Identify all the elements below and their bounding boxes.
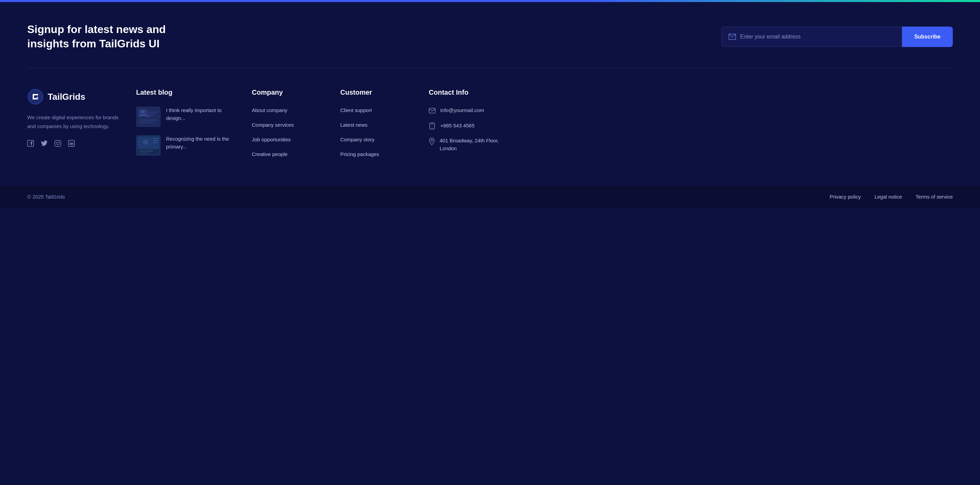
contact-email-text: info@yourmail.com	[440, 107, 484, 115]
blog-item-2[interactable]: Recognizing the need is the primary...	[136, 135, 238, 156]
svg-rect-12	[140, 122, 153, 123]
footer-bottom: © 2025 TailGrids Privacy policy Legal no…	[0, 186, 980, 208]
twitter-link[interactable]	[41, 140, 48, 147]
svg-point-3	[56, 142, 59, 145]
instagram-link[interactable]	[54, 140, 61, 147]
privacy-policy-link[interactable]: Privacy policy	[830, 194, 861, 199]
linkedin-link[interactable]	[68, 140, 75, 147]
email-input-wrapper	[721, 27, 902, 47]
svg-rect-2	[55, 140, 61, 147]
contact-phone-icon	[429, 123, 436, 129]
blog-item-1[interactable]: I think really important to design...	[136, 107, 238, 127]
svg-rect-9	[148, 112, 158, 113]
footer-bottom-links: Privacy policy Legal notice Terms of ser…	[830, 194, 953, 199]
svg-rect-11	[140, 120, 157, 121]
company-link-jobs[interactable]: Job opportunities	[252, 136, 327, 143]
newsletter-form: Subscribe	[721, 27, 953, 47]
svg-point-4	[59, 141, 60, 142]
company-column-title: Company	[252, 89, 327, 96]
customer-link-support[interactable]: Client support	[340, 107, 415, 114]
terms-of-service-link[interactable]: Terms of service	[916, 194, 953, 199]
company-link-about[interactable]: About company	[252, 107, 327, 114]
svg-point-15	[143, 139, 148, 145]
social-links	[27, 140, 123, 147]
svg-rect-21	[429, 108, 435, 113]
footer-main: TailGrids We create digital experiences …	[0, 68, 980, 186]
company-link-creative[interactable]: Creative people	[252, 150, 327, 158]
subscribe-button[interactable]: Subscribe	[902, 27, 953, 47]
contact-email-item: info@yourmail.com	[429, 107, 517, 115]
customer-column-title: Customer	[340, 89, 415, 96]
twitter-icon	[41, 140, 48, 147]
customer-link-story[interactable]: Company story	[340, 136, 415, 143]
brand-name: TailGrids	[48, 92, 86, 102]
svg-point-0	[28, 89, 43, 104]
contact-location-icon	[429, 137, 435, 145]
contact-address-text: 401 Broadway, 24th Floor, London	[440, 137, 517, 152]
newsletter-section: Signup for latest news and insights from…	[0, 2, 980, 68]
legal-notice-link[interactable]: Legal notice	[875, 194, 902, 199]
blog-item-1-text[interactable]: I think really important to design...	[166, 107, 238, 122]
brand-description: We create digital experiences for brands…	[27, 113, 123, 131]
email-icon	[729, 34, 736, 40]
contact-phone-text: +885 543 4565	[440, 122, 475, 130]
contact-email-icon	[429, 107, 436, 113]
contact-address-item: 401 Broadway, 24th Floor, London	[429, 137, 517, 152]
brand-logo-icon	[27, 89, 43, 105]
contact-column: Contact Info info@yourmail.com +885 543 …	[429, 89, 517, 165]
brand-column: TailGrids We create digital experiences …	[27, 89, 123, 165]
customer-column: Customer Client support Latest news Comp…	[340, 89, 415, 165]
customer-link-news[interactable]: Latest news	[340, 121, 415, 128]
linkedin-icon	[68, 140, 75, 147]
brand-logo: TailGrids	[27, 89, 123, 105]
contact-column-title: Contact Info	[429, 89, 517, 96]
customer-link-pricing[interactable]: Pricing packages	[340, 150, 415, 158]
company-column: Company About company Company services J…	[252, 89, 327, 165]
svg-rect-17	[140, 153, 149, 153]
svg-point-25	[431, 140, 433, 141]
blog-thumb-2-image	[136, 135, 161, 156]
newsletter-title: Signup for latest news and insights from…	[27, 22, 204, 51]
contact-phone-item: +885 543 4565	[429, 122, 517, 130]
copyright-text: © 2025 TailGrids	[27, 194, 65, 199]
blog-column-title: Latest blog	[136, 89, 238, 96]
blog-thumb-1	[136, 107, 161, 127]
blog-thumb-2	[136, 135, 161, 156]
facebook-link[interactable]	[27, 140, 34, 147]
instagram-icon	[54, 140, 61, 147]
company-link-services[interactable]: Company services	[252, 121, 327, 128]
blog-thumb-1-image	[136, 107, 161, 127]
svg-point-8	[141, 110, 145, 113]
facebook-icon	[27, 140, 34, 147]
blog-item-2-text[interactable]: Recognizing the need is the primary...	[166, 135, 238, 150]
svg-rect-16	[140, 150, 153, 152]
blog-column: Latest blog I think really important to …	[136, 89, 238, 165]
svg-rect-10	[148, 114, 155, 115]
email-input[interactable]	[740, 34, 895, 40]
svg-point-23	[432, 128, 433, 128]
